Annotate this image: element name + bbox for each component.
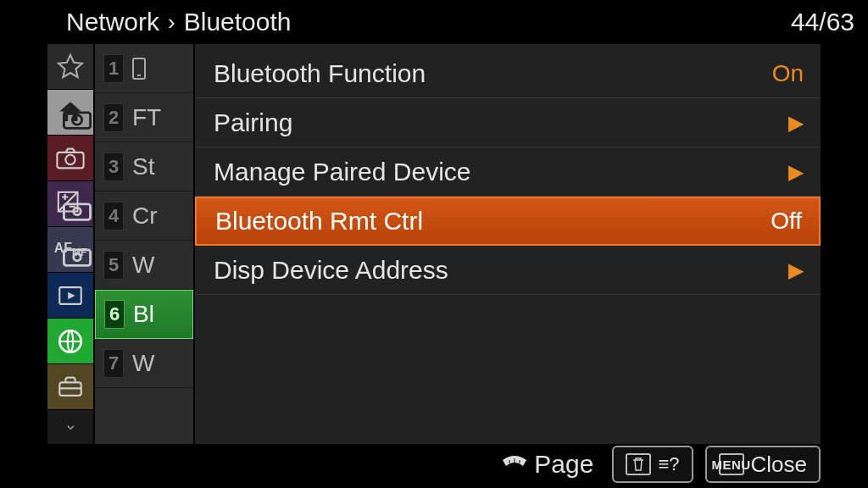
submenu-num: 6 — [104, 300, 125, 329]
svg-point-1 — [72, 115, 81, 125]
rail-scroll-down[interactable]: ⌄ — [47, 410, 93, 444]
menu-icon: MENU — [719, 453, 744, 475]
submenu-label: FT — [132, 104, 161, 131]
rail-main[interactable] — [47, 90, 93, 136]
submenu-label: W — [132, 350, 154, 377]
close-label: Close — [751, 452, 807, 478]
submenu-num: 1 — [103, 54, 124, 83]
camera-icon — [63, 196, 92, 225]
play-icon — [56, 281, 85, 310]
menu-item-label: Bluetooth Rmt Ctrl — [215, 207, 423, 236]
camera-icon — [56, 144, 85, 173]
help-button[interactable]: ≡? — [612, 446, 693, 483]
svg-rect-7 — [64, 250, 90, 265]
breadcrumb-root: Network — [66, 8, 159, 36]
menu-item-bluetooth-function[interactable]: Bluetooth Function On — [195, 49, 821, 98]
category-rail: AFMF ⌄ — [47, 44, 93, 444]
submenu-num: 2 — [103, 103, 124, 132]
page-total: 63 — [826, 8, 854, 36]
submenu-label: W — [132, 252, 154, 279]
submenu-item[interactable]: 4 Cr — [95, 191, 193, 241]
dial-icon — [500, 455, 529, 474]
page-sep: / — [819, 8, 826, 36]
submenu-item[interactable]: 5 W — [95, 241, 193, 290]
menu-item-label: Disp Device Address — [214, 256, 448, 285]
rail-favorites[interactable] — [47, 44, 93, 90]
chevron-right-icon: › — [168, 9, 175, 36]
help-icon: ≡? — [658, 453, 679, 475]
submenu-item[interactable]: 3 St — [95, 142, 193, 191]
submenu-label: Cr — [132, 202, 158, 230]
rail-setup[interactable] — [47, 364, 93, 410]
footer: Page ≡? MENU Close — [47, 444, 821, 485]
page-current: 44 — [791, 8, 819, 36]
submenu-num: 3 — [103, 152, 124, 181]
page-counter: 44/63 — [791, 8, 854, 36]
submenu-label: St — [132, 153, 154, 180]
rail-shooting[interactable] — [47, 136, 93, 181]
submenu-num: 7 — [103, 349, 124, 378]
smartphone-icon — [132, 58, 146, 80]
rail-exposure[interactable] — [47, 181, 93, 227]
submenu-num: 4 — [103, 202, 124, 230]
chevron-right-icon: ▶ — [788, 160, 804, 184]
rail-network[interactable] — [47, 319, 93, 364]
submenu-item[interactable]: 1 — [95, 44, 193, 93]
star-icon — [56, 53, 85, 81]
list-filler — [195, 295, 821, 444]
breadcrumb: Network › Bluetooth — [66, 8, 291, 36]
submenu-item-selected[interactable]: 6 Bl — [95, 290, 193, 339]
submenu-num: 5 — [103, 251, 124, 280]
svg-point-8 — [74, 253, 81, 261]
globe-icon — [56, 327, 85, 356]
chevron-right-icon: ▶ — [788, 258, 804, 282]
main-list: Bluetooth Function On Pairing ▶ Manage P… — [195, 44, 821, 444]
menu-item-value: Off — [771, 208, 802, 235]
page-label: Page — [534, 450, 593, 479]
toolbox-icon — [56, 373, 85, 402]
submenu: 1 2 FT 3 St 4 Cr 5 W 6 Bl — [93, 44, 195, 444]
header: Network › Bluetooth 44/63 — [0, 0, 868, 44]
svg-rect-5 — [64, 204, 90, 219]
svg-point-3 — [65, 154, 75, 164]
breadcrumb-leaf: Bluetooth — [184, 8, 292, 36]
rail-focus[interactable]: AFMF — [47, 227, 93, 273]
menu-item-value: On — [772, 60, 804, 87]
svg-point-6 — [74, 208, 81, 215]
trash-icon — [626, 453, 651, 475]
menu-item-disp-device-address[interactable]: Disp Device Address ▶ — [195, 246, 821, 295]
close-button[interactable]: MENU Close — [705, 446, 821, 483]
body: AFMF ⌄ 1 2 FT — [47, 44, 821, 444]
menu-item-bluetooth-rmt-ctrl[interactable]: Bluetooth Rmt Ctrl Off — [195, 197, 821, 246]
footer-page-hint: Page — [500, 450, 593, 479]
camera-icon — [63, 241, 92, 270]
submenu-label: Bl — [133, 301, 154, 328]
menu-item-label: Manage Paired Device — [214, 158, 471, 186]
chevron-right-icon: ▶ — [788, 111, 804, 135]
submenu-item[interactable]: 7 W — [95, 339, 193, 388]
menu-item-manage-paired[interactable]: Manage Paired Device ▶ — [195, 147, 821, 197]
rail-playback[interactable] — [47, 273, 93, 319]
camera-icon — [63, 104, 92, 133]
chevron-down-icon: ⌄ — [64, 413, 78, 434]
menu-item-label: Bluetooth Function — [214, 59, 426, 88]
menu-item-label: Pairing — [214, 108, 292, 137]
submenu-item[interactable]: 2 FT — [95, 93, 193, 142]
menu-item-pairing[interactable]: Pairing ▶ — [195, 98, 821, 147]
